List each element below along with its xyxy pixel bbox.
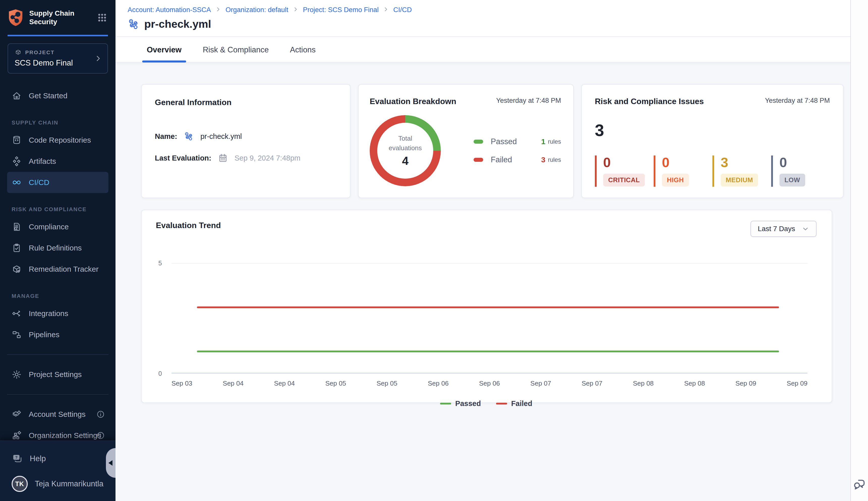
sidebar-item-compliance[interactable]: Compliance xyxy=(0,216,115,237)
sidebar-collapse-toggle[interactable] xyxy=(106,448,115,478)
right-rail xyxy=(850,0,868,501)
trend-legend-failed: Failed xyxy=(496,399,532,408)
sidebar-item-artifacts[interactable]: Artifacts xyxy=(0,151,115,172)
severity-badge: CRITICAL xyxy=(603,174,645,186)
tab-bar: OverviewRisk & ComplianceActions xyxy=(115,37,850,63)
x-tick-5: Sep 06 xyxy=(428,380,448,387)
main-area: Account: Automation-SSCAOrganization: de… xyxy=(115,0,850,501)
breadcrumb-link-3[interactable]: Project: SCS Demo Final xyxy=(303,6,378,14)
x-tick-6: Sep 06 xyxy=(479,380,500,387)
sidebar-item-get-started[interactable]: Get Started xyxy=(0,85,115,106)
project-selector-label: PROJECT xyxy=(25,50,55,55)
info-icon[interactable] xyxy=(96,410,105,419)
nav-section-label-manage: MANAGE xyxy=(12,293,115,299)
chevron-right-icon xyxy=(94,55,102,62)
severity-count: 3 xyxy=(721,156,771,169)
cube-icon xyxy=(14,49,22,56)
legend-label: Passed xyxy=(491,137,541,146)
last-evaluation-label: Last Evaluation: xyxy=(155,154,211,162)
breakdown-legend-passed: Passed 1 rules xyxy=(473,137,561,146)
sidebar-item-remediation-tracker[interactable]: Remediation Tracker xyxy=(0,258,115,280)
legend-label: Failed xyxy=(491,155,541,164)
evaluation-breakdown-card: Evaluation Breakdown Yesterday at 7:48 P… xyxy=(358,84,574,198)
legend-unit: rules xyxy=(548,138,561,145)
app-switcher-grid-icon[interactable] xyxy=(96,12,108,23)
page-title: pr-check.yml xyxy=(144,18,211,30)
sidebar-item-rule-definitions[interactable]: Rule Definitions xyxy=(0,237,115,258)
user-profile[interactable]: TK Teja Kummarikuntla xyxy=(0,473,115,494)
breadcrumb-link-4[interactable]: CI/CD xyxy=(393,6,412,14)
content: General Information Name: pr-check.yml L… xyxy=(115,63,850,501)
sidebar-item-label: Artifacts xyxy=(29,157,56,166)
clipboard-check-icon xyxy=(12,243,22,253)
sidebar-item-label: Organization Settings xyxy=(29,431,101,440)
artifacts-icon xyxy=(12,156,22,166)
sidebar-item-help[interactable]: ? Help xyxy=(0,448,115,469)
donut-center-label: Totalevaluations xyxy=(389,134,422,153)
chat-bubbles-icon[interactable] xyxy=(853,478,866,491)
name-label: Name: xyxy=(155,132,177,141)
sidebar-item-label: Compliance xyxy=(29,223,69,231)
project-selector[interactable]: PROJECT SCS Demo Final xyxy=(8,43,108,74)
trend-card-title: Evaluation Trend xyxy=(156,221,221,230)
pipelines-flow-icon xyxy=(12,330,22,340)
integrations-split-icon xyxy=(12,308,22,319)
svg-text:?: ? xyxy=(15,455,18,459)
name-value: pr-check.yml xyxy=(200,132,242,141)
legend-swatch xyxy=(473,140,483,143)
sidebar-item-code-repositories[interactable]: Code Repositories xyxy=(0,129,115,151)
breakdown-legend-failed: Failed 3 rules xyxy=(473,155,561,164)
sidebar-item-label: Project Settings xyxy=(29,370,82,379)
breadcrumb-link-2[interactable]: Organization: default xyxy=(226,6,288,14)
info-icon[interactable] xyxy=(96,431,105,440)
sidebar-item-project-settings[interactable]: Project Settings xyxy=(0,364,115,385)
calendar-icon xyxy=(218,153,228,163)
series-line-passed xyxy=(197,351,779,352)
x-tick-11: Sep 09 xyxy=(735,380,756,387)
cicd-infinity-icon xyxy=(12,178,22,188)
pipeline-icon xyxy=(184,131,194,141)
tab-overview[interactable]: Overview xyxy=(146,37,182,62)
sidebar-item-pipelines[interactable]: Pipelines xyxy=(0,324,115,345)
sidebar-item-account-settings[interactable]: Account Settings xyxy=(0,404,115,425)
remediation-box-icon xyxy=(12,264,22,274)
legend-label: Passed xyxy=(455,399,481,408)
severity-row: 0 CRITICAL0 HIGH3 MEDIUM0 LOW xyxy=(595,156,830,187)
nav-divider xyxy=(7,354,108,355)
org-gear-icon xyxy=(12,430,22,440)
home-icon xyxy=(12,91,22,101)
sidebar-item-label: Rule Definitions xyxy=(29,244,82,252)
date-range-select[interactable]: Last 7 Days xyxy=(751,221,817,237)
gridline-y5 xyxy=(171,263,807,264)
breadcrumb-link-1[interactable]: Account: Automation-SSCA xyxy=(128,6,211,14)
x-tick-12: Sep 09 xyxy=(787,380,807,387)
x-tick-0: Sep 03 xyxy=(171,380,192,387)
nav-divider xyxy=(7,394,108,395)
sidebar-item-ci-cd[interactable]: CI/CD xyxy=(7,172,108,193)
x-tick-10: Sep 08 xyxy=(684,380,705,387)
app-title: Supply Chain Security xyxy=(29,9,75,26)
general-card-title: General Information xyxy=(155,98,337,107)
y-tick-0: 0 xyxy=(158,370,162,377)
sidebar-item-integrations[interactable]: Integrations xyxy=(0,303,115,324)
legend-label: Failed xyxy=(511,399,532,408)
sidebar-item-label: Account Settings xyxy=(29,410,85,419)
severity-badge: LOW xyxy=(780,174,805,186)
avatar: TK xyxy=(12,476,28,492)
trend-line-chart: 50 xyxy=(171,263,807,373)
severity-low: 0 LOW xyxy=(771,156,830,187)
legend-unit: rules xyxy=(548,156,561,163)
severity-critical: 0 CRITICAL xyxy=(595,156,653,187)
breakdown-card-title: Evaluation Breakdown xyxy=(370,97,456,106)
layers-gear-icon xyxy=(12,409,22,419)
breadcrumb-separator-icon xyxy=(293,6,298,14)
app-window: Supply Chain Security PROJECT SCS Demo F… xyxy=(0,0,868,501)
sidebar-item-label: Pipelines xyxy=(29,330,60,339)
x-tick-2: Sep 04 xyxy=(274,380,295,387)
legend-dash xyxy=(496,403,507,404)
last-evaluation-value: Sep 9, 2024 7:48pm xyxy=(234,154,300,162)
tab-actions[interactable]: Actions xyxy=(289,37,317,62)
tab-risk-compliance[interactable]: Risk & Compliance xyxy=(202,37,270,62)
donut-total: 4 xyxy=(402,154,409,168)
sidebar: Supply Chain Security PROJECT SCS Demo F… xyxy=(0,0,115,501)
